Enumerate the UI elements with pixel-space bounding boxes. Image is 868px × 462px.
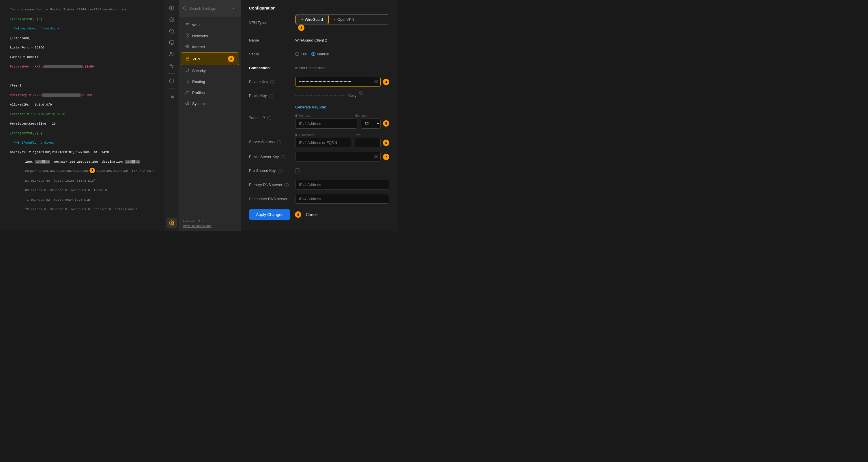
public-server-key-info-icon[interactable]: i [281,155,285,159]
terminal-prompt: [root@parrot]-[~] [10,17,42,21]
annotation-8: 8 [295,211,301,218]
public-key-dots: •••••••••••••••••••••••••••••••• [295,94,346,97]
name-value: WireGuard Client 2 [295,38,389,42]
tunnel-ip-inputs: IP Address Netmask 32 24 16 [295,114,381,129]
private-key-input[interactable] [295,77,381,87]
manual-label: Manual [317,52,329,56]
sidebar-item-profiles[interactable]: Profiles [181,87,239,98]
connection-status-wrap: Not Established [295,66,389,70]
terminal-output: TX packets 52 bytes 9924 (9.6 KiB) [10,198,92,202]
port-label: Port [354,133,381,137]
collapse-sidebar-button[interactable]: ‹ [231,3,237,13]
sidebar-item-internet-label: Internet [192,45,205,49]
connection-badge: Not Established [295,66,389,70]
vpn-type-label: VPN Type [249,21,295,25]
openvpn-button[interactable]: ● OpenVPN [329,15,360,24]
private-key-row: Private Key i 4 [249,77,389,87]
netmask-select[interactable]: 32 24 16 [361,119,381,129]
sidebar-item-system[interactable]: System [181,98,239,109]
sidebar-icon-list[interactable] [166,91,177,101]
sidebar-item-security[interactable]: Security [181,65,239,76]
sidebar-item-internet[interactable]: Internet [181,41,239,52]
generate-key-pair-link[interactable]: Generate Key Pair [295,105,389,109]
server-address-inputs: IP / Hostname Port 51821 [295,133,381,147]
tunnel-ip-info-icon[interactable]: i [267,116,271,120]
pre-shared-key-checkbox[interactable] [295,168,300,173]
vpn-icon [186,57,190,61]
svg-rect-22 [186,34,188,35]
terminal-cmd: └─$ wg showconf nordlynx [10,27,59,30]
setup-radio-group: File Manual [295,52,389,56]
ip-hostname-label: IP / Hostname [295,133,351,137]
sidebar-icon-network[interactable] [166,3,177,13]
public-key-eye-icon[interactable] [359,91,363,96]
setup-file-option[interactable]: File [295,52,307,56]
public-key-info-icon[interactable]: i [269,94,273,98]
terminal-inet: inet 10.██.2 netmask 255.255.255.255 des… [10,160,140,164]
system-icon [185,101,189,106]
secondary-dns-input[interactable] [295,194,389,204]
sidebar-icon-location[interactable] [166,26,177,36]
apply-changes-button[interactable]: Apply Changes [249,209,290,220]
public-server-key-input[interactable] [295,152,381,162]
public-key-value-wrap: •••••••••••••••••••••••••••••••• Copy [295,93,389,98]
primary-dns-info-icon[interactable]: i [284,183,288,187]
setup-manual-option[interactable]: Manual [311,52,329,56]
private-key-info-icon[interactable]: i [270,80,274,84]
terminal-output: PersistentKeepalive = 25 [10,122,55,126]
openvpn-icon: ● [334,18,336,21]
sidebar-item-wifi[interactable]: WiFi [181,20,239,30]
terminal-endpoint: Endpoint = 138.199.52.8:51820 [10,112,65,116]
copy-button[interactable]: Copy [348,94,356,98]
sidebar-item-vpn[interactable]: VPN 2 [181,53,239,65]
terminal-output: FwMark = 0xe1f1 [10,55,38,59]
settings-panel: ‹ WiFi Networks [179,0,241,231]
terminal-output: [Interface] [10,36,31,40]
search-icon [183,6,187,11]
sidebar-item-networks-label: Networks [192,34,208,38]
sidebar-icon-gear-active[interactable] [166,218,177,228]
pre-shared-key-info-icon[interactable]: i [278,169,282,173]
vpn-type-group: ● WireGuard ● OpenVPN 3 [295,14,389,31]
svg-point-31 [187,103,188,104]
version-text: Network 8.3.32 [183,220,237,223]
terminal-output: nordlynx: flags=81<UP,POINTOPOINT,RUNNIN… [10,151,109,154]
sidebar-icon-wave[interactable] [166,61,177,71]
cancel-button[interactable]: Cancel [306,212,318,217]
release-notes-link[interactable]: View Release Notes [183,224,237,228]
port-input[interactable]: 51821 [354,138,381,147]
private-key-label: Private Key i [249,79,295,84]
public-server-key-wrap [295,152,381,162]
public-server-key-eye-icon[interactable] [374,154,378,159]
server-address-info-icon[interactable]: i [277,140,281,144]
wireguard-icon: ● [301,18,303,21]
sidebar-item-routing-label: Routing [192,79,205,84]
sidebar-item-security-label: Security [192,69,206,73]
primary-dns-label: Primary DNS server i [249,183,295,187]
file-radio[interactable] [295,52,299,56]
terminal-output: AllowedIPs = 0.0.0.0/0 [10,103,52,106]
sidebar-icon-circle[interactable] [166,76,177,86]
sidebar-item-routing[interactable]: Routing [181,76,239,87]
public-key-label: Public Key i [249,93,295,98]
setup-options: File Manual [295,52,389,56]
connection-label: Connection [249,66,295,70]
tunnel-ip-input[interactable] [295,119,357,129]
wireguard-button[interactable]: ● WireGuard [296,15,329,24]
terminal-private-key: PrivateKey = KK1hxREDACTEDojBuE0= [10,65,96,68]
server-ip-input[interactable] [295,138,351,147]
search-bar[interactable]: ‹ [179,0,241,17]
svg-point-3 [171,19,172,21]
private-key-eye-icon[interactable] [374,79,378,84]
tunnel-ip-fields: 32 24 16 [295,119,381,129]
terminal-output: RX errors 0 dropped 0 overruns 0 frame 0 [10,189,107,192]
sidebar-icon-display[interactable] [166,37,177,48]
manual-radio[interactable] [311,52,315,56]
annotation-5: 5 [383,120,389,127]
sidebar-icon-people[interactable] [166,49,177,59]
private-key-input-wrap [295,77,381,87]
sidebar-item-networks[interactable]: Networks [181,31,239,41]
primary-dns-input[interactable] [295,180,389,190]
sidebar-icon-settings[interactable] [166,14,177,25]
search-input[interactable] [189,6,228,11]
